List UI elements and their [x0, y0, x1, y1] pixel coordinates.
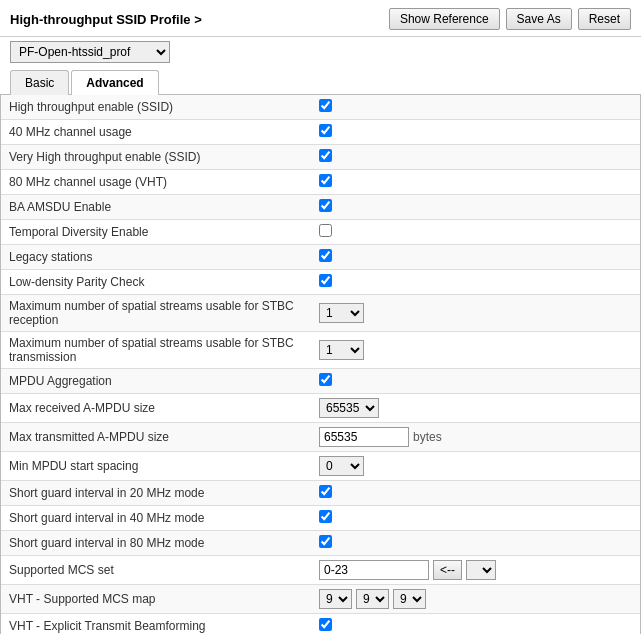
- table-row: Max received A-MPDU size6553532767163838…: [1, 394, 640, 423]
- table-row: VHT - Supported MCS map789789789: [1, 585, 640, 614]
- setting-label: Short guard interval in 20 MHz mode: [1, 481, 311, 506]
- setting-label: Short guard interval in 80 MHz mode: [1, 531, 311, 556]
- setting-control: 01248: [311, 452, 640, 481]
- setting-checkbox[interactable]: [319, 274, 332, 287]
- mcs-arrow-button[interactable]: <--: [433, 560, 462, 580]
- setting-checkbox[interactable]: [319, 485, 332, 498]
- table-row: Min MPDU start spacing01248: [1, 452, 640, 481]
- setting-label: Max received A-MPDU size: [1, 394, 311, 423]
- table-row: Low-density Parity Check: [1, 270, 640, 295]
- reset-button[interactable]: Reset: [578, 8, 631, 30]
- top-bar-left: High-throughput SSID Profile >: [10, 12, 202, 27]
- table-row: Max transmitted A-MPDU sizebytes: [1, 423, 640, 452]
- setting-label: BA AMSDU Enable: [1, 195, 311, 220]
- table-row: 80 MHz channel usage (VHT): [1, 170, 640, 195]
- setting-label: Max transmitted A-MPDU size: [1, 423, 311, 452]
- top-bar: High-throughput SSID Profile > Show Refe…: [0, 0, 641, 37]
- table-row: Short guard interval in 20 MHz mode: [1, 481, 640, 506]
- mcs-row: <--: [319, 560, 632, 580]
- setting-control: [311, 120, 640, 145]
- page-title: High-throughput SSID Profile >: [10, 12, 202, 27]
- setting-label: MPDU Aggregation: [1, 369, 311, 394]
- setting-control: [311, 531, 640, 556]
- settings-table: High throughput enable (SSID)40 MHz chan…: [1, 95, 640, 634]
- setting-checkbox[interactable]: [319, 373, 332, 386]
- setting-label: Very High throughput enable (SSID): [1, 145, 311, 170]
- table-row: Short guard interval in 40 MHz mode: [1, 506, 640, 531]
- table-row: Legacy stations: [1, 245, 640, 270]
- show-reference-button[interactable]: Show Reference: [389, 8, 500, 30]
- setting-control: <--: [311, 556, 640, 585]
- setting-control: [311, 170, 640, 195]
- table-row: Supported MCS set<--: [1, 556, 640, 585]
- setting-control: 123: [311, 332, 640, 369]
- setting-text-input[interactable]: [319, 427, 409, 447]
- setting-label: Legacy stations: [1, 245, 311, 270]
- save-as-button[interactable]: Save As: [506, 8, 572, 30]
- setting-checkbox[interactable]: [319, 124, 332, 137]
- setting-checkbox[interactable]: [319, 535, 332, 548]
- top-bar-right: Show Reference Save As Reset: [389, 8, 631, 30]
- setting-control: [311, 506, 640, 531]
- table-row: VHT - Explicit Transmit Beamforming: [1, 614, 640, 635]
- profile-row: PF-Open-htssid_prof: [0, 37, 641, 69]
- setting-checkbox[interactable]: [319, 224, 332, 237]
- setting-control: [311, 369, 640, 394]
- vht-mcs-select-2[interactable]: 789: [393, 589, 426, 609]
- table-row: MPDU Aggregation: [1, 369, 640, 394]
- setting-select[interactable]: 123: [319, 303, 364, 323]
- setting-control: [311, 481, 640, 506]
- vht-mcs-select-0[interactable]: 789: [319, 589, 352, 609]
- mcs-dropdown[interactable]: [466, 560, 496, 580]
- setting-label: 40 MHz channel usage: [1, 120, 311, 145]
- table-row: Temporal Diversity Enable: [1, 220, 640, 245]
- setting-checkbox[interactable]: [319, 510, 332, 523]
- vht-mcs-select-1[interactable]: 789: [356, 589, 389, 609]
- setting-label: Low-density Parity Check: [1, 270, 311, 295]
- setting-checkbox[interactable]: [319, 199, 332, 212]
- setting-label: VHT - Explicit Transmit Beamforming: [1, 614, 311, 635]
- table-row: 40 MHz channel usage: [1, 120, 640, 145]
- table-row: High throughput enable (SSID): [1, 95, 640, 120]
- vht-mcs-row: 789789789: [319, 589, 632, 609]
- table-row: BA AMSDU Enable: [1, 195, 640, 220]
- tabs: Basic Advanced: [0, 69, 641, 95]
- setting-control: 65535327671638381914095: [311, 394, 640, 423]
- setting-control: 123: [311, 295, 640, 332]
- setting-control: [311, 195, 640, 220]
- setting-units: bytes: [413, 430, 442, 444]
- setting-control: 789789789: [311, 585, 640, 614]
- setting-control: [311, 614, 640, 635]
- setting-select[interactable]: 65535327671638381914095: [319, 398, 379, 418]
- setting-checkbox[interactable]: [319, 99, 332, 112]
- setting-checkbox[interactable]: [319, 174, 332, 187]
- setting-control: [311, 220, 640, 245]
- setting-label: Short guard interval in 40 MHz mode: [1, 506, 311, 531]
- setting-label: Maximum number of spatial streams usable…: [1, 295, 311, 332]
- table-row: Maximum number of spatial streams usable…: [1, 295, 640, 332]
- table-row: Short guard interval in 80 MHz mode: [1, 531, 640, 556]
- tab-advanced[interactable]: Advanced: [71, 70, 158, 95]
- content-area: High throughput enable (SSID)40 MHz chan…: [0, 95, 641, 634]
- setting-label: Temporal Diversity Enable: [1, 220, 311, 245]
- table-row: Very High throughput enable (SSID): [1, 145, 640, 170]
- mcs-input[interactable]: [319, 560, 429, 580]
- setting-checkbox[interactable]: [319, 249, 332, 262]
- setting-label: Supported MCS set: [1, 556, 311, 585]
- profile-select[interactable]: PF-Open-htssid_prof: [10, 41, 170, 63]
- setting-label: High throughput enable (SSID): [1, 95, 311, 120]
- setting-control: [311, 95, 640, 120]
- setting-control: bytes: [311, 423, 640, 452]
- setting-label: VHT - Supported MCS map: [1, 585, 311, 614]
- setting-checkbox[interactable]: [319, 149, 332, 162]
- setting-control: [311, 245, 640, 270]
- setting-label: Maximum number of spatial streams usable…: [1, 332, 311, 369]
- tab-basic[interactable]: Basic: [10, 70, 69, 95]
- setting-label: Min MPDU start spacing: [1, 452, 311, 481]
- table-row: Maximum number of spatial streams usable…: [1, 332, 640, 369]
- setting-control: [311, 145, 640, 170]
- setting-select[interactable]: 123: [319, 340, 364, 360]
- setting-checkbox[interactable]: [319, 618, 332, 631]
- setting-select[interactable]: 01248: [319, 456, 364, 476]
- setting-label: 80 MHz channel usage (VHT): [1, 170, 311, 195]
